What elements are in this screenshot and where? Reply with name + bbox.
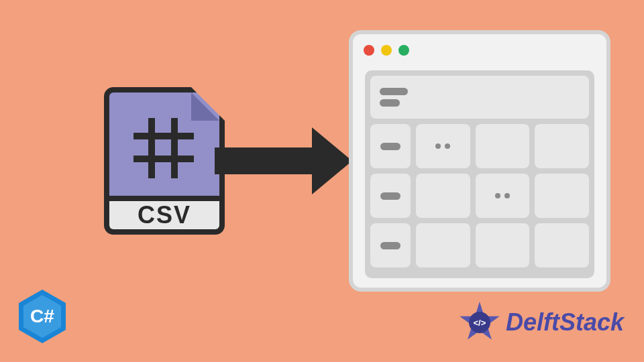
maximize-dot-icon — [398, 45, 409, 56]
file-body — [104, 87, 225, 201]
table-row — [370, 174, 589, 218]
row-header — [370, 174, 411, 218]
table-cell — [416, 124, 470, 168]
delftstack-brand: </> DelftStack — [459, 302, 624, 343]
delftstack-text: DelftStack — [506, 308, 624, 337]
csv-file-icon: CSV — [104, 87, 225, 235]
table-cell — [416, 223, 470, 267]
arrow-icon — [215, 134, 356, 188]
window-titlebar — [353, 34, 606, 66]
row-header — [370, 223, 411, 267]
table-cell — [416, 174, 470, 218]
hash-symbol — [133, 118, 194, 178]
table-row — [370, 223, 589, 267]
csharp-logo-icon: C# — [19, 290, 66, 343]
table-cell — [535, 174, 589, 218]
table-cell — [535, 124, 589, 168]
data-table — [365, 70, 594, 278]
table-row — [370, 124, 589, 168]
table-cell — [476, 223, 530, 267]
table-cell — [476, 124, 530, 168]
table-cell — [476, 174, 530, 218]
row-header — [370, 124, 411, 168]
close-dot-icon — [364, 45, 374, 56]
table-header — [370, 76, 589, 119]
delftstack-logo-icon: </> — [459, 302, 500, 343]
minimize-dot-icon — [381, 45, 392, 56]
table-cell — [535, 223, 589, 267]
csv-label: CSV — [104, 201, 225, 235]
file-fold-corner — [191, 87, 225, 121]
datatable-window — [349, 30, 610, 292]
